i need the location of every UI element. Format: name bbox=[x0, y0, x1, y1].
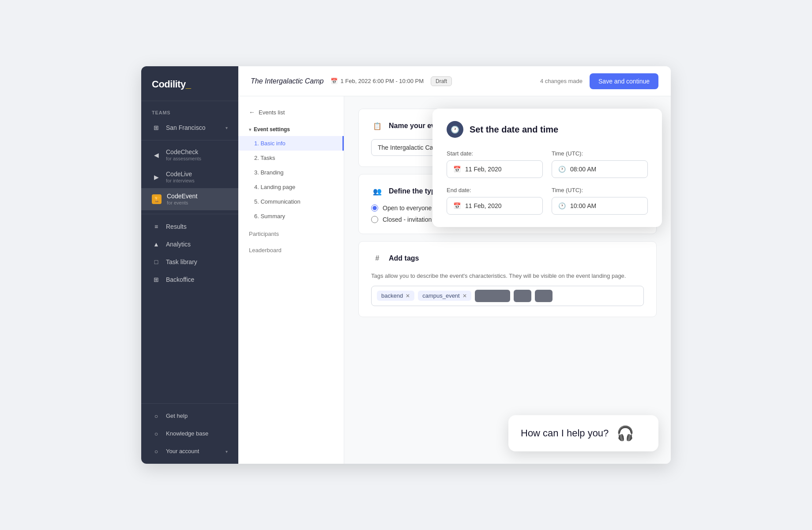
tags-input-area[interactable]: backend ✕ campus_event ✕ bbox=[371, 286, 644, 306]
nav-item-summary[interactable]: 6. Summary bbox=[238, 209, 344, 223]
datetime-grid: Start date: 📅 11 Feb, 2020 Time (UTC): 🕐… bbox=[447, 150, 648, 215]
teams-label: Teams bbox=[141, 101, 238, 119]
tags-section: # Add tags Tags allow you to describe th… bbox=[358, 241, 657, 317]
logo-area: Codility_ bbox=[141, 66, 238, 101]
sidebar-item-task-library[interactable]: □ Task library bbox=[141, 253, 238, 271]
end-time-label: Time (UTC): bbox=[552, 187, 648, 193]
back-arrow-icon: ← bbox=[249, 109, 255, 116]
codeevent-label: CodeEvent for events bbox=[167, 193, 228, 206]
get-help-icon: ○ bbox=[152, 412, 161, 420]
left-nav: ← Events list ▾ Event settings 1. Basic … bbox=[238, 96, 344, 464]
tag-placeholder-1 bbox=[475, 290, 510, 302]
results-icon: ≡ bbox=[152, 222, 161, 231]
your-account-label: Your account bbox=[166, 448, 220, 455]
status-badge: Draft bbox=[431, 76, 452, 86]
end-time-input[interactable]: 🕐 10:00 AM bbox=[552, 197, 648, 215]
logo-dot: _ bbox=[186, 79, 191, 90]
sidebar-item-codecheck[interactable]: ◀ CodeCheck for assessments bbox=[141, 144, 238, 166]
sidebar-item-team[interactable]: ⊞ San Francisco ▾ bbox=[141, 119, 238, 136]
start-date-field: Start date: 📅 11 Feb, 2020 bbox=[447, 150, 543, 178]
form-area: 📋 Name your event 👥 Define the type of t… bbox=[344, 96, 671, 464]
start-date-input[interactable]: 📅 11 Feb, 2020 bbox=[447, 160, 543, 178]
radio-closed-input[interactable] bbox=[371, 216, 378, 223]
tags-description: Tags allow you to describe the event's c… bbox=[371, 272, 644, 280]
start-date-calendar-icon: 📅 bbox=[453, 166, 461, 173]
team-icon: ⊞ bbox=[152, 123, 161, 132]
sidebar-item-your-account[interactable]: ○ Your account ▾ bbox=[141, 443, 238, 460]
tag-placeholder-2 bbox=[514, 290, 531, 302]
topbar-date: 📅 1 Feb, 2022 6:00 PM - 10:00 PM bbox=[331, 78, 424, 84]
name-icon: 📋 bbox=[371, 120, 383, 132]
codecheck-icon: ◀ bbox=[152, 151, 161, 159]
codelive-label: CodeLive for interviews bbox=[166, 170, 228, 184]
end-time-value: 10:00 AM bbox=[570, 202, 596, 209]
nav-item-basic-info[interactable]: 1. Basic info bbox=[238, 136, 344, 151]
main-content: The Intergalactic Camp 📅 1 Feb, 2022 6:0… bbox=[238, 66, 671, 464]
back-to-events[interactable]: ← Events list bbox=[238, 107, 344, 125]
team-name: San Francisco bbox=[166, 124, 220, 132]
app-container: Codility_ Teams ⊞ San Francisco ▾ ◀ Code… bbox=[141, 66, 671, 464]
tag-campus-remove[interactable]: ✕ bbox=[462, 293, 467, 299]
end-date-label: End date: bbox=[447, 187, 543, 193]
end-date-value: 11 Feb, 2020 bbox=[465, 202, 502, 209]
date-range-text: 1 Feb, 2022 6:00 PM - 10:00 PM bbox=[340, 78, 424, 84]
end-time-clock-icon: 🕐 bbox=[558, 202, 566, 209]
sidebar-item-backoffice[interactable]: ⊞ Backoffice bbox=[141, 271, 238, 288]
changes-text: 4 changes made bbox=[540, 78, 583, 84]
participants-label[interactable]: Participants bbox=[238, 223, 344, 240]
backoffice-icon: ⊞ bbox=[152, 275, 161, 284]
nav-item-communication[interactable]: 5. Communication bbox=[238, 194, 344, 209]
radio-open-input[interactable] bbox=[371, 204, 378, 212]
backoffice-label: Backoffice bbox=[166, 276, 228, 284]
sidebar-bottom: ○ Get help ○ Knowledge base ○ Your accou… bbox=[141, 403, 238, 464]
topbar: The Intergalactic Camp 📅 1 Feb, 2022 6:0… bbox=[238, 66, 671, 96]
sidebar-item-get-help[interactable]: ○ Get help bbox=[141, 407, 238, 425]
event-settings-label: ▾ Event settings bbox=[238, 125, 344, 136]
results-label: Results bbox=[166, 223, 228, 231]
tags-section-header: # Add tags bbox=[371, 252, 644, 265]
end-date-field: End date: 📅 11 Feb, 2020 bbox=[447, 187, 543, 215]
tags-section-title: Add tags bbox=[389, 254, 419, 262]
analytics-icon: ▲ bbox=[152, 240, 161, 249]
tags-icon: # bbox=[371, 252, 383, 265]
chat-widget[interactable]: How can I help you? 🎧 bbox=[508, 415, 658, 451]
end-date-input[interactable]: 📅 11 Feb, 2020 bbox=[447, 197, 543, 215]
codecheck-label: CodeCheck for assessments bbox=[166, 148, 228, 162]
content-area: ← Events list ▾ Event settings 1. Basic … bbox=[238, 96, 671, 464]
chat-text: How can I help you? bbox=[521, 428, 609, 439]
analytics-label: Analytics bbox=[166, 241, 228, 248]
headset-icon: 🎧 bbox=[617, 425, 634, 442]
sidebar-item-knowledge-base[interactable]: ○ Knowledge base bbox=[141, 425, 238, 443]
start-date-label: Start date: bbox=[447, 150, 543, 157]
sidebar-item-analytics[interactable]: ▲ Analytics bbox=[141, 235, 238, 253]
end-time-field: Time (UTC): 🕐 10:00 AM bbox=[552, 187, 648, 215]
nav-item-branding[interactable]: 3. Branding bbox=[238, 165, 344, 180]
account-icon: ○ bbox=[152, 447, 161, 456]
sidebar-item-results[interactable]: ≡ Results bbox=[141, 218, 238, 235]
calendar-icon: 📅 bbox=[331, 78, 338, 84]
clock-icon: 🕐 bbox=[447, 121, 463, 138]
chevron-down-icon: ▾ bbox=[226, 125, 228, 130]
knowledge-base-label: Knowledge base bbox=[166, 430, 228, 437]
datetime-modal-header: 🕐 Set the date and time bbox=[447, 121, 648, 138]
sidebar-divider-1 bbox=[141, 140, 238, 140]
datetime-modal-title: Set the date and time bbox=[470, 125, 558, 135]
leaderboard-label[interactable]: Leaderboard bbox=[238, 240, 344, 256]
start-time-label: Time (UTC): bbox=[552, 150, 648, 157]
sidebar-item-codeevent[interactable]: 🏆 CodeEvent for events bbox=[141, 188, 238, 210]
sidebar-item-codelive[interactable]: ▶ CodeLive for interviews bbox=[141, 166, 238, 188]
tag-backend-remove[interactable]: ✕ bbox=[406, 293, 410, 299]
save-continue-button[interactable]: Save and continue bbox=[590, 73, 658, 89]
logo-name: Codility bbox=[152, 79, 186, 90]
start-time-input[interactable]: 🕐 08:00 AM bbox=[552, 160, 648, 178]
logo-text: Codility_ bbox=[152, 79, 191, 90]
nav-item-landing-page[interactable]: 4. Landing page bbox=[238, 180, 344, 194]
get-help-label: Get help bbox=[166, 413, 228, 420]
radio-closed-label: Closed - invitation on bbox=[383, 216, 440, 223]
nav-item-tasks[interactable]: 2. Tasks bbox=[238, 151, 344, 165]
codeevent-icon: 🏆 bbox=[152, 194, 162, 204]
task-library-icon: □ bbox=[152, 257, 161, 266]
end-date-calendar-icon: 📅 bbox=[453, 202, 461, 209]
sidebar-divider-2 bbox=[141, 214, 238, 214]
start-time-value: 08:00 AM bbox=[570, 166, 596, 173]
